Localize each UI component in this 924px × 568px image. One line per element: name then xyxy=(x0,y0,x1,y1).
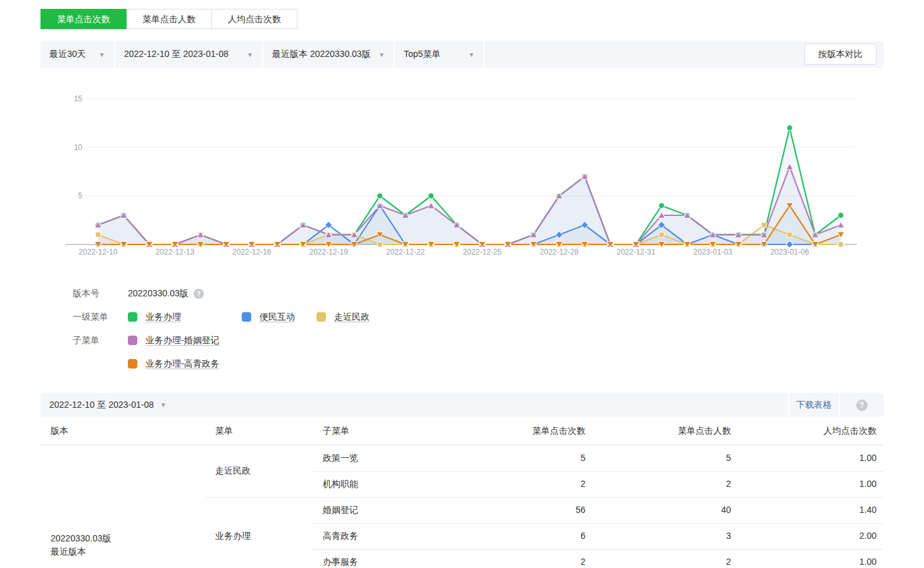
svg-text:10: 10 xyxy=(74,143,83,152)
legend-item[interactable]: 走近民政 xyxy=(316,312,370,323)
line-chart[interactable]: 510152022-12-102022-12-132022-12-162022-… xyxy=(41,68,883,277)
tab-menu-clicks[interactable]: 菜单点击次数 xyxy=(41,9,127,29)
submenu-cell: 机构职能 xyxy=(323,471,358,497)
submenu-cell: 高青政务 xyxy=(323,523,358,549)
legend-item-label: 业务办理-婚姻登记 xyxy=(146,335,220,346)
table-header-bar: 2022-12-10 至 2023-01-08 ▼ 下载表格 ? xyxy=(41,393,883,417)
svg-text:2022-12-31: 2022-12-31 xyxy=(616,248,656,256)
chevron-down-icon: ▼ xyxy=(378,51,385,58)
legend-item[interactable]: 业务办理-高青政务 xyxy=(128,358,220,370)
version-row-label: 版本号 xyxy=(73,288,128,300)
submenu-cell: 婚姻登记 xyxy=(323,497,358,523)
clicks-cell: 2 xyxy=(509,549,585,568)
col-submenu: 子菜单 xyxy=(323,417,349,445)
svg-text:2022-12-10: 2022-12-10 xyxy=(78,248,118,256)
svg-text:5: 5 xyxy=(78,191,82,200)
date-range-dropdown[interactable]: 2022-12-10 至 2023-01-08 ▼ xyxy=(115,41,262,68)
table-row: 办事服务221.00 xyxy=(41,549,883,568)
chart-legend: 版本号 20220330.03版 ? 一级菜单 业务办理 便民互动 走近民政 子… xyxy=(73,282,370,376)
table-column-headers: 版本 菜单 子菜单 菜单点击次数 菜单点击人数 人均点击次数 xyxy=(41,417,883,445)
row-divider xyxy=(310,523,883,524)
legend-swatch xyxy=(316,312,326,322)
menu-cell: 业务办理 xyxy=(215,497,251,568)
table-row: 机构职能221.00 xyxy=(41,471,883,497)
download-table-button[interactable]: 下载表格 xyxy=(789,393,839,417)
avg-cell: 1.40 xyxy=(801,497,877,523)
chevron-down-icon: ▼ xyxy=(468,51,475,58)
version-dropdown[interactable]: 最近版本 20220330.03版 ▼ xyxy=(263,41,394,68)
submenu-row-label: 子菜单 xyxy=(73,335,128,346)
svg-text:2022-12-19: 2022-12-19 xyxy=(309,248,349,256)
col-users: 菜单点击人数 xyxy=(678,417,731,445)
legend-swatch xyxy=(128,336,137,345)
filter-bar-spacer: 按版本对比 xyxy=(485,41,883,68)
legend-item-label: 便民互动 xyxy=(259,312,295,323)
legend-item[interactable]: 业务办理 xyxy=(128,312,242,323)
submenu-cell: 政策一览 xyxy=(323,445,358,471)
tab-menu-users[interactable]: 菜单点击人数 xyxy=(127,9,212,29)
chevron-down-icon: ▼ xyxy=(247,51,253,58)
avg-cell: 2.00 xyxy=(801,523,877,549)
menu-cell: 走近民政 xyxy=(215,445,251,497)
table-row: 政策一览551.00 xyxy=(41,445,883,471)
svg-text:2022-12-22: 2022-12-22 xyxy=(386,248,425,256)
avg-cell: 1.00 xyxy=(801,445,877,471)
table-help-cell: ? xyxy=(840,393,883,417)
legend-item[interactable]: 便民互动 xyxy=(242,312,316,323)
legend-item-label: 业务办理-高青政务 xyxy=(146,358,220,370)
top-menu-dropdown[interactable]: Top5菜单 ▼ xyxy=(395,41,484,68)
table-row: 高青政务632.00 xyxy=(41,523,883,549)
svg-text:2022-12-28: 2022-12-28 xyxy=(540,248,579,256)
tab-avg-clicks[interactable]: 人均点击次数 xyxy=(212,9,297,29)
col-version: 版本 xyxy=(51,417,68,445)
users-cell: 40 xyxy=(655,497,731,523)
row-divider xyxy=(310,471,883,472)
legend-swatch xyxy=(242,312,251,322)
range-preset-dropdown[interactable]: 最近30天 ▼ xyxy=(41,41,114,68)
compare-by-version-button[interactable]: 按版本对比 xyxy=(804,44,877,65)
svg-text:2022-12-25: 2022-12-25 xyxy=(463,248,502,256)
svg-text:2022-12-13: 2022-12-13 xyxy=(156,248,195,256)
svg-text:2023-01-06: 2023-01-06 xyxy=(770,248,809,256)
row-divider xyxy=(310,549,883,550)
chevron-down-icon: ▼ xyxy=(160,401,166,408)
version-tag: 最近版本 xyxy=(51,545,111,559)
users-cell: 5 xyxy=(655,445,731,471)
col-clicks: 菜单点击次数 xyxy=(532,417,585,445)
clicks-cell: 6 xyxy=(509,523,585,549)
table-row: 婚姻登记56401.40 xyxy=(41,497,883,523)
users-cell: 3 xyxy=(655,523,731,549)
col-menu: 菜单 xyxy=(215,417,233,445)
clicks-cell: 56 xyxy=(509,497,585,523)
table-date-range-dropdown[interactable]: 2022-12-10 至 2023-01-08 ▼ xyxy=(41,393,788,417)
row-divider xyxy=(203,497,883,498)
version-cell: 20220330.03版最近版本 xyxy=(51,532,111,559)
metric-tabs: 菜单点击次数 菜单点击人数 人均点击次数 xyxy=(41,9,297,29)
avg-cell: 1.00 xyxy=(801,471,877,497)
version-value: 20220330.03版 xyxy=(128,288,189,300)
legend-item-label: 走近民政 xyxy=(334,312,370,323)
version-label: 最近版本 20220330.03版 xyxy=(272,49,371,60)
submenu-cell: 办事服务 xyxy=(323,549,358,568)
range-preset-label: 最近30天 xyxy=(49,49,86,60)
users-cell: 2 xyxy=(655,549,731,568)
date-range-label: 2022-12-10 至 2023-01-08 xyxy=(124,49,228,60)
svg-text:2023-01-03: 2023-01-03 xyxy=(694,248,733,256)
col-avg-clicks: 人均点击次数 xyxy=(823,417,877,445)
table-date-range-label: 2022-12-10 至 2023-01-08 xyxy=(49,400,154,411)
help-icon[interactable]: ? xyxy=(194,289,204,299)
top-menu-label: Top5菜单 xyxy=(404,49,440,60)
legend-swatch xyxy=(128,359,137,369)
users-cell: 2 xyxy=(655,471,731,497)
help-icon[interactable]: ? xyxy=(856,400,868,411)
chevron-down-icon: ▼ xyxy=(99,51,105,58)
clicks-cell: 5 xyxy=(509,445,585,471)
legend-item[interactable]: 业务办理-婚姻登记 xyxy=(128,335,220,346)
filter-bar: 最近30天 ▼ 2022-12-10 至 2023-01-08 ▼ 最近版本 2… xyxy=(41,41,883,68)
clicks-cell: 2 xyxy=(509,471,585,497)
avg-cell: 1.00 xyxy=(801,549,877,568)
svg-text:2022-12-16: 2022-12-16 xyxy=(232,248,272,256)
table-body: 政策一览551.00机构职能221.00婚姻登记56401.40高青政务632.… xyxy=(41,445,883,568)
svg-text:15: 15 xyxy=(74,94,83,103)
level1-row-label: 一级菜单 xyxy=(73,312,128,323)
